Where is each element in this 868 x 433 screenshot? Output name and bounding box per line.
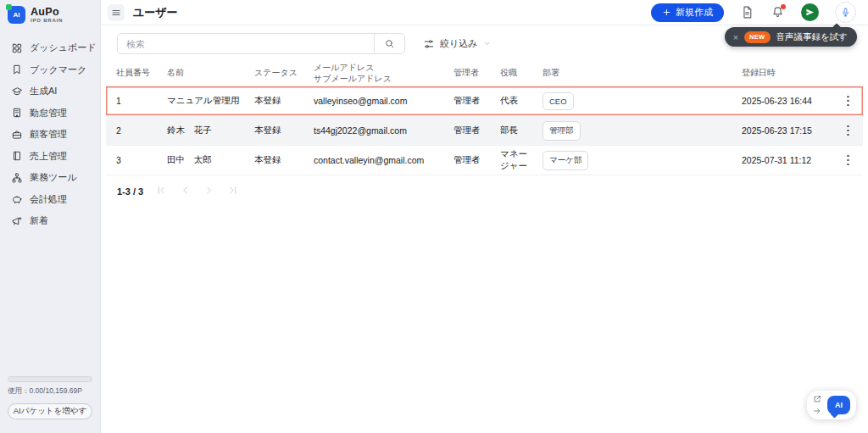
search-box: [117, 33, 405, 54]
csv-export-button[interactable]: [740, 5, 754, 19]
cell-department: 管理部: [532, 121, 732, 141]
sidebar-item-label: 勤怠管理: [30, 107, 67, 119]
cell-name: 田中 太郎: [157, 154, 244, 166]
sidebar-item-whats-new[interactable]: 新着: [0, 210, 100, 232]
new-badge: NEW: [744, 31, 770, 43]
sidebar-item-sales[interactable]: 売上管理: [0, 146, 100, 168]
brand-logo: AI AuPo IPO BRAIN: [0, 0, 100, 29]
last-page-button[interactable]: [227, 185, 238, 198]
cell-position: 代表: [490, 95, 532, 107]
cell-actions: [833, 152, 863, 169]
sidebar-item-label: 業務ツール: [30, 171, 77, 184]
brand-name: AuPo: [31, 7, 63, 18]
external-link-icon: [813, 395, 821, 403]
ai-assistant-widget: AI: [807, 391, 856, 419]
department-chip: マーケ部: [542, 151, 588, 170]
open-external-button[interactable]: [813, 395, 821, 403]
first-page-icon: [156, 185, 167, 196]
topbar-actions: 新規作成: [651, 2, 856, 23]
create-new-button[interactable]: 新規作成: [651, 3, 724, 22]
attendance-icon: [11, 107, 23, 119]
chevron-right-icon: [203, 185, 214, 196]
customer-icon: [11, 129, 23, 141]
col-position: 役職: [490, 67, 532, 79]
microphone-icon: [840, 7, 851, 18]
notifications-button[interactable]: [771, 5, 785, 19]
col-name: 名前: [157, 67, 244, 79]
search-icon: [384, 38, 395, 49]
sidebar-item-generative-ai[interactable]: 生成AI: [0, 80, 100, 103]
sidebar-item-accounting[interactable]: 会計処理: [0, 189, 100, 211]
filter-label: 絞り込み: [440, 37, 478, 50]
cell-registered: 2025-06-23 17:15: [732, 125, 833, 136]
arrow-right-icon: [813, 407, 821, 415]
topbar: ユーザー 新規作成: [101, 0, 868, 25]
sidebar-item-label: ダッシュボード: [30, 42, 97, 54]
tooltip-close-button[interactable]: ×: [733, 32, 738, 42]
table-header-row: 社員番号 名前 ステータス メールアドレス サブメールアドレス 管理者 役職 部…: [106, 60, 863, 86]
table-row[interactable]: 1 マニュアル管理用 本登録 valleyinseo@gmail.com 管理者…: [106, 86, 863, 116]
bookmark-icon: [11, 64, 23, 75]
accounting-icon: [11, 193, 23, 205]
sidebar-item-label: 生成AI: [30, 85, 57, 97]
col-registered: 登録日時: [732, 67, 833, 79]
sidebar: AI AuPo IPO BRAIN ダッシュボード ブックマーク 生成AI: [0, 0, 101, 433]
table-row[interactable]: 3 田中 太郎 本登録 contact.valleyin@gmail.com 管…: [106, 146, 863, 175]
table-row[interactable]: 2 鈴木 花子 本登録 ts44gj2022@gmail.com 管理者 部長 …: [106, 116, 863, 146]
cell-name: マニュアル管理用: [157, 95, 244, 107]
cell-status: 本登録: [244, 95, 303, 107]
sales-icon: [11, 150, 23, 162]
prev-page-button[interactable]: [180, 185, 191, 198]
add-ai-packets-button[interactable]: AIパケットを増やす: [8, 403, 92, 419]
cell-name: 鈴木 花子: [157, 125, 244, 136]
pagination: 1-3 / 3: [117, 185, 868, 198]
logo-ai-text: AI: [14, 11, 20, 19]
ai-chat-button[interactable]: AI: [827, 396, 850, 414]
usage-section: 使用：0.00/10,159.69P AIパケットを増やす: [0, 376, 100, 433]
sidebar-item-customer[interactable]: 顧客管理: [0, 124, 100, 146]
hamburger-menu-button[interactable]: [108, 4, 125, 21]
sidebar-item-label: 顧客管理: [30, 128, 67, 141]
row-menu-button[interactable]: [843, 92, 853, 110]
sidebar-item-label: 売上管理: [30, 150, 67, 163]
search-input[interactable]: [118, 34, 374, 53]
send-icon: [805, 8, 815, 17]
generative-ai-icon: [11, 86, 23, 97]
row-menu-button[interactable]: [843, 152, 853, 169]
csv-file-icon: [740, 5, 754, 19]
app-window: AI AuPo IPO BRAIN ダッシュボード ブックマーク 生成AI: [0, 0, 868, 433]
voice-minutes-button[interactable]: [835, 2, 856, 23]
cell-actions: [833, 92, 863, 110]
chevron-down-icon: [483, 40, 491, 47]
sidebar-item-business-tools[interactable]: 業務ツール: [0, 167, 100, 189]
cell-admin: 管理者: [443, 125, 490, 136]
cell-email: contact.valleyin@gmail.com: [303, 155, 443, 165]
filter-button[interactable]: 絞り込み: [423, 37, 491, 50]
user-avatar[interactable]: [801, 3, 819, 21]
search-button[interactable]: [374, 34, 404, 53]
cell-employee-no: 1: [106, 96, 157, 106]
sidebar-item-attendance[interactable]: 勤怠管理: [0, 103, 100, 125]
col-email-line2: サブメールアドレス: [314, 73, 443, 85]
chevron-left-icon: [180, 185, 191, 196]
cell-department: CEO: [532, 92, 732, 110]
plus-icon: [662, 8, 671, 17]
col-department: 部署: [532, 67, 732, 79]
cell-admin: 管理者: [443, 154, 490, 166]
department-chip: 管理部: [542, 121, 581, 141]
pagination-label: 1-3 / 3: [117, 186, 143, 197]
collapse-widget-button[interactable]: [813, 407, 821, 415]
cell-email: valleyinseo@gmail.com: [303, 96, 443, 106]
main-area: ユーザー 新規作成: [101, 0, 868, 433]
cell-email: ts44gj2022@gmail.com: [303, 125, 443, 136]
col-employee-no: 社員番号: [106, 67, 157, 79]
sidebar-item-dashboard[interactable]: ダッシュボード: [0, 37, 100, 59]
row-menu-button[interactable]: [843, 122, 853, 140]
sidebar-item-bookmark[interactable]: ブックマーク: [0, 59, 100, 81]
page-title: ユーザー: [133, 5, 178, 20]
col-status: ステータス: [244, 67, 303, 79]
next-page-button[interactable]: [203, 185, 214, 198]
create-new-label: 新規作成: [676, 6, 713, 19]
first-page-button[interactable]: [156, 185, 167, 198]
ai-bubble-label: AI: [835, 401, 843, 409]
